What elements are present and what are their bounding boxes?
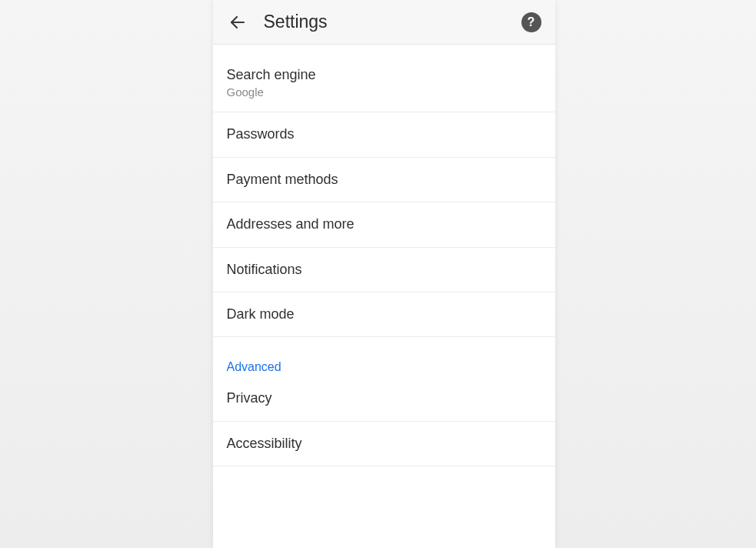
settings-item-label: Payment methods [227,171,541,189]
settings-item-label: Search engine [227,66,541,84]
settings-item-label: Addresses and more [227,216,541,233]
settings-item-dark-mode[interactable]: Dark mode [213,292,555,337]
settings-item-notifications[interactable]: Notifications [213,248,555,292]
settings-item-label: Dark mode [227,306,541,323]
settings-item-payment-methods[interactable]: Payment methods [213,158,555,202]
settings-item-addresses[interactable]: Addresses and more [213,202,555,247]
settings-list: Search engine Google Passwords Payment m… [213,45,555,548]
settings-screen: Settings ? Search engine Google Password… [213,0,555,548]
settings-item-search-engine[interactable]: Search engine Google [213,45,555,112]
section-header-advanced: Advanced [213,337,555,382]
settings-item-label: Privacy [227,389,541,407]
help-button[interactable]: ? [521,12,541,32]
settings-item-label: Notifications [227,261,541,279]
app-bar: Settings ? [213,0,555,45]
settings-item-sublabel: Google [227,85,541,99]
settings-item-passwords[interactable]: Passwords [213,112,555,157]
page-title: Settings [264,12,521,32]
arrow-back-icon [228,13,247,32]
settings-item-privacy[interactable]: Privacy [213,382,555,421]
back-button[interactable] [222,7,253,38]
help-icon: ? [528,15,535,29]
settings-item-label: Accessibility [227,435,541,453]
settings-item-accessibility[interactable]: Accessibility [213,422,555,466]
settings-item-label: Passwords [227,125,541,143]
